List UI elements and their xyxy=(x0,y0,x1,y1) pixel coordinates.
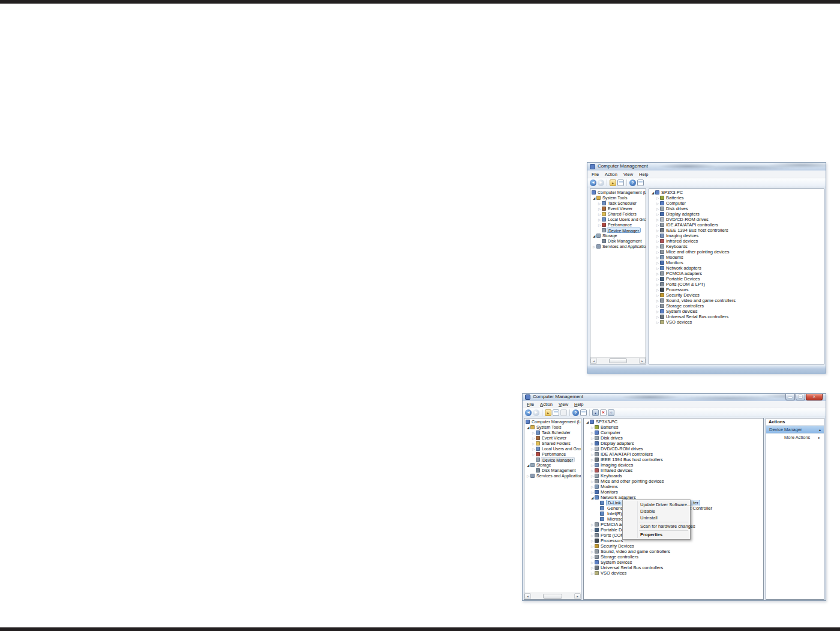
device-row[interactable]: Batteries xyxy=(649,195,824,201)
title-bar[interactable]: Computer Management xyxy=(587,163,826,171)
context-menu-item[interactable]: Scan for hardware changes xyxy=(623,523,689,530)
expand-arrow-icon[interactable] xyxy=(590,447,595,451)
help-icon[interactable] xyxy=(629,180,636,186)
expand-arrow-icon[interactable] xyxy=(655,239,660,244)
expand-arrow-icon[interactable] xyxy=(597,212,602,217)
expand-arrow-icon[interactable] xyxy=(655,234,660,238)
tree-item[interactable]: Device Manager xyxy=(590,228,646,233)
expand-arrow-icon[interactable] xyxy=(590,495,595,500)
expand-arrow-icon[interactable] xyxy=(590,522,595,527)
tree-item[interactable]: Task Scheduler xyxy=(524,430,581,435)
device-row[interactable]: Imaging devices xyxy=(649,233,824,238)
device-row[interactable]: System devices xyxy=(584,560,763,565)
device-row[interactable]: IEEE 1394 Bus host controllers xyxy=(649,228,824,233)
forward-icon[interactable] xyxy=(598,180,604,186)
expand-arrow-icon[interactable] xyxy=(655,255,660,260)
device-row[interactable]: Computer xyxy=(649,201,824,206)
tree-item[interactable]: Local Users and Groups xyxy=(524,446,581,451)
expand-arrow-icon[interactable] xyxy=(590,560,595,565)
device-row[interactable]: Universal Serial Bus controllers xyxy=(649,314,824,319)
expand-arrow-icon[interactable] xyxy=(531,441,536,446)
context-menu-item[interactable]: Uninstall xyxy=(623,515,689,521)
device-row[interactable]: Monitors xyxy=(649,260,824,265)
expand-arrow-icon[interactable] xyxy=(590,533,595,538)
device-row[interactable]: Modems xyxy=(584,484,763,489)
tree-item[interactable]: Disk Management xyxy=(590,238,646,244)
expand-arrow-icon[interactable] xyxy=(655,271,660,276)
device-row[interactable]: Infrared devices xyxy=(649,238,824,244)
expand-arrow-icon[interactable] xyxy=(655,293,660,298)
tree-item[interactable]: Local Users and Groups xyxy=(590,217,646,222)
scroll-right-icon[interactable]: ▸ xyxy=(574,593,581,599)
device-row[interactable]: Mice and other pointing devices xyxy=(649,249,824,255)
expand-arrow-icon[interactable] xyxy=(531,430,536,435)
tree-item[interactable]: Shared Folders xyxy=(590,211,646,217)
scrollbar-track[interactable] xyxy=(531,593,574,599)
expand-arrow-icon[interactable] xyxy=(590,474,595,479)
tree-item[interactable]: Performance xyxy=(524,451,581,457)
device-row[interactable]: Sound, video and game controllers xyxy=(584,549,763,554)
menu-item[interactable]: File xyxy=(589,171,602,178)
expand-arrow-icon[interactable] xyxy=(655,217,660,222)
scrollbar-thumb[interactable] xyxy=(543,594,562,599)
menu-item[interactable]: View xyxy=(556,401,571,408)
expand-arrow-icon[interactable] xyxy=(590,549,595,554)
expand-arrow-icon[interactable] xyxy=(590,528,595,533)
expand-arrow-icon[interactable] xyxy=(655,223,660,228)
expand-arrow-icon[interactable] xyxy=(590,457,595,462)
close-button[interactable] xyxy=(806,394,823,400)
update-driver-icon[interactable] xyxy=(592,409,599,416)
separator[interactable] xyxy=(607,180,607,186)
expand-arrow-icon[interactable] xyxy=(531,452,536,457)
horizontal-scrollbar[interactable]: ◂ ▸ xyxy=(524,593,581,599)
device-row[interactable]: Imaging devices xyxy=(584,462,763,468)
expand-arrow-icon[interactable] xyxy=(650,190,655,195)
tree-item[interactable]: Device Manager xyxy=(524,457,581,462)
expand-arrow-icon[interactable] xyxy=(655,320,660,325)
tree-item[interactable]: Storage xyxy=(590,233,646,238)
device-row[interactable]: SP3X3-PC xyxy=(649,190,824,195)
menu-item[interactable]: Action xyxy=(602,171,620,178)
expand-arrow-icon[interactable] xyxy=(655,282,660,287)
device-row[interactable]: Storage controllers xyxy=(649,303,824,309)
separator[interactable] xyxy=(542,409,542,416)
expand-arrow-icon[interactable] xyxy=(531,436,536,441)
device-row[interactable]: Universal Serial Bus controllers xyxy=(584,565,763,570)
uninstall-icon[interactable] xyxy=(600,409,607,416)
expand-arrow-icon[interactable] xyxy=(590,436,595,441)
expand-arrow-icon[interactable] xyxy=(531,447,536,451)
window-icon[interactable] xyxy=(617,180,624,186)
expand-arrow-icon[interactable] xyxy=(655,277,660,282)
scroll-left-icon[interactable]: ◂ xyxy=(524,593,531,599)
device-row[interactable]: Portable Devices xyxy=(649,276,824,282)
tree-item[interactable]: Task Scheduler xyxy=(590,201,646,206)
device-row[interactable]: IDE ATA/ATAPI controllers xyxy=(584,451,763,457)
menu-item[interactable]: View xyxy=(620,171,636,178)
device-row[interactable]: Display adapters xyxy=(584,441,763,446)
title-bar[interactable]: Computer Management xyxy=(523,394,826,401)
tree-item[interactable]: Performance xyxy=(590,222,646,228)
device-row[interactable]: DVD/CD-ROM drives xyxy=(649,217,824,222)
expand-arrow-icon[interactable] xyxy=(585,420,590,424)
tree-item[interactable]: Computer Management (Local xyxy=(590,190,646,195)
expand-arrow-icon[interactable] xyxy=(590,425,595,430)
device-row[interactable]: Keyboards xyxy=(649,244,824,249)
tree-item[interactable]: Computer Management (Local xyxy=(524,419,581,424)
window-icon[interactable] xyxy=(553,409,559,416)
expand-arrow-icon[interactable] xyxy=(655,266,660,271)
context-menu-item[interactable]: Disable xyxy=(623,508,689,515)
collapse-arrow-icon[interactable]: ▴ xyxy=(819,427,821,432)
expand-arrow-icon[interactable] xyxy=(597,207,602,211)
device-row[interactable]: Security Devices xyxy=(649,292,824,298)
back-icon[interactable] xyxy=(525,409,532,416)
expand-arrow-icon[interactable] xyxy=(590,463,595,468)
menu-item[interactable]: File xyxy=(524,401,537,408)
device-row[interactable]: SP3X3-PC xyxy=(584,419,763,424)
expand-arrow-icon[interactable] xyxy=(592,196,596,201)
device-row[interactable]: Processors xyxy=(649,287,824,292)
expand-arrow-icon[interactable] xyxy=(590,452,595,457)
expand-arrow-icon[interactable] xyxy=(590,479,595,484)
tree-item[interactable]: Event Viewer xyxy=(590,206,646,211)
expand-arrow-icon[interactable] xyxy=(655,298,660,303)
device-row[interactable]: Monitors xyxy=(584,489,763,495)
